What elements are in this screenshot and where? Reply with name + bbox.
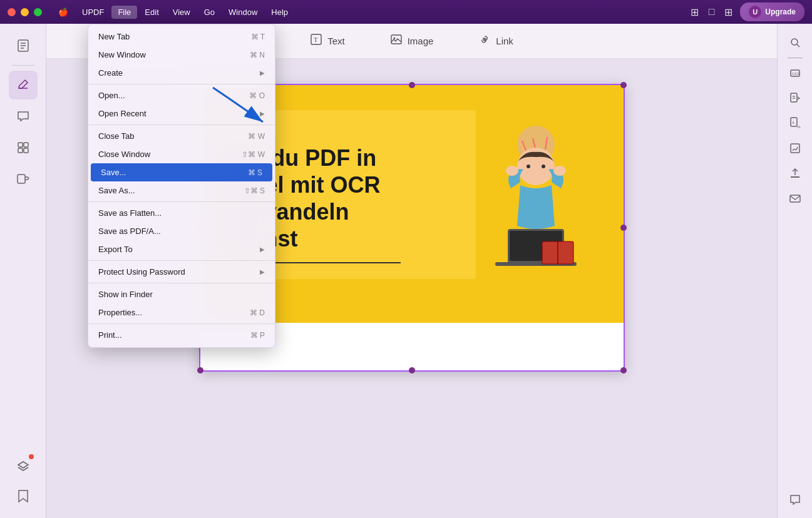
menu-item-close-tab-label: Close Tab [98, 131, 235, 141]
protect-arrow-icon: ▶ [260, 268, 265, 275]
menu-item-open-shortcut: ⌘ O [249, 91, 265, 100]
menu-item-show-finder[interactable]: Show in Finder [88, 285, 275, 303]
menu-item-close-tab[interactable]: Close Tab ⌘ W [88, 127, 275, 145]
menu-item-new-tab-label: New Tab [98, 32, 239, 41]
menu-item-properties-shortcut: ⌘ D [250, 308, 265, 317]
menu-item-new-window-label: New Window [98, 50, 237, 59]
open-recent-arrow-icon: ▶ [260, 110, 265, 117]
menu-item-close-tab-shortcut: ⌘ W [248, 132, 265, 141]
menu-item-print-label: Print... [98, 330, 238, 340]
menu-item-save-as-label: Save As... [98, 186, 232, 195]
menu-item-protect-label: Protect Using Password [98, 267, 255, 277]
menu-item-open[interactable]: Open... ⌘ O [88, 86, 275, 104]
menu-item-new-window[interactable]: New Window ⌘ N [88, 46, 275, 64]
menu-item-close-window-shortcut: ⇧⌘ W [242, 150, 265, 159]
menu-item-print[interactable]: Print... ⌘ P [88, 326, 275, 344]
menu-item-create-label: Create [98, 68, 255, 78]
menu-item-save-flatten[interactable]: Save as Flatten... [88, 204, 275, 222]
menu-item-save-pdfa-label: Save as PDF/A... [98, 226, 265, 236]
separator-3 [88, 201, 275, 202]
menu-item-new-tab-shortcut: ⌘ T [251, 33, 265, 41]
menu-item-save-pdfa[interactable]: Save as PDF/A... [88, 222, 275, 240]
separator-4 [88, 260, 275, 261]
menu-item-save-shortcut: ⌘ S [248, 168, 262, 177]
menu-item-save-as[interactable]: Save As... ⇧⌘ S [88, 181, 275, 200]
menu-item-open-recent-label: Open Recent [98, 109, 255, 118]
dropdown-overlay: New Tab ⌘ T New Window ⌘ N Create ▶ Open… [0, 0, 812, 518]
create-arrow-icon: ▶ [260, 69, 265, 76]
menu-item-properties[interactable]: Properties... ⌘ D [88, 303, 275, 322]
menu-item-protect[interactable]: Protect Using Password ▶ [88, 263, 275, 281]
menu-item-open-recent[interactable]: Open Recent ▶ [88, 104, 275, 123]
menu-item-show-finder-label: Show in Finder [98, 290, 265, 299]
separator-2 [88, 124, 275, 125]
menu-item-save-flatten-label: Save as Flatten... [98, 208, 265, 218]
file-dropdown-menu: New Tab ⌘ T New Window ⌘ N Create ▶ Open… [88, 24, 275, 348]
menu-item-new-tab[interactable]: New Tab ⌘ T [88, 28, 275, 46]
menu-item-new-window-shortcut: ⌘ N [250, 51, 265, 59]
menu-item-close-window[interactable]: Close Window ⇧⌘ W [88, 145, 275, 163]
separator-1 [88, 84, 275, 84]
export-arrow-icon: ▶ [260, 246, 265, 253]
separator-5 [88, 283, 275, 283]
menu-item-export-to-label: Export To [98, 245, 255, 254]
menu-item-save-as-shortcut: ⇧⌘ S [244, 186, 265, 195]
menu-item-save-label: Save... [101, 168, 235, 177]
menu-item-properties-label: Properties... [98, 308, 237, 317]
menu-item-save[interactable]: Save... ⌘ S [91, 163, 272, 181]
menu-item-close-window-label: Close Window [98, 150, 229, 159]
menu-item-export-to[interactable]: Export To ▶ [88, 240, 275, 258]
menu-item-create[interactable]: Create ▶ [88, 64, 275, 82]
separator-6 [88, 323, 275, 324]
menu-item-print-shortcut: ⌘ P [250, 331, 265, 340]
menu-item-open-label: Open... [98, 91, 237, 100]
